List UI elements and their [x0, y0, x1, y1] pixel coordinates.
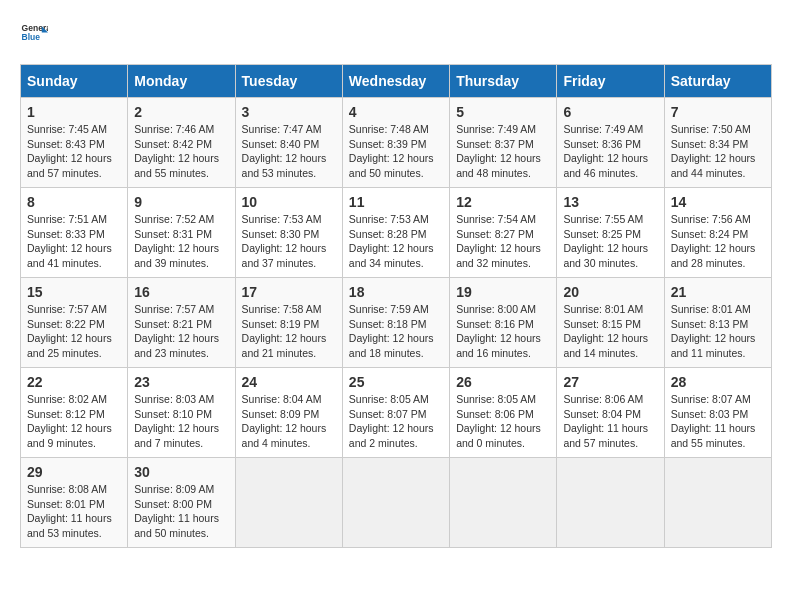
calendar-cell: 29Sunrise: 8:08 AM Sunset: 8:01 PM Dayli… [21, 458, 128, 548]
weekday-header-row: SundayMondayTuesdayWednesdayThursdayFrid… [21, 65, 772, 98]
calendar-cell: 13Sunrise: 7:55 AM Sunset: 8:25 PM Dayli… [557, 188, 664, 278]
calendar-cell: 22Sunrise: 8:02 AM Sunset: 8:12 PM Dayli… [21, 368, 128, 458]
calendar-cell [664, 458, 771, 548]
calendar-table: SundayMondayTuesdayWednesdayThursdayFrid… [20, 64, 772, 548]
calendar-cell [342, 458, 449, 548]
day-number: 2 [134, 104, 228, 120]
day-number: 28 [671, 374, 765, 390]
day-number: 4 [349, 104, 443, 120]
calendar-cell: 24Sunrise: 8:04 AM Sunset: 8:09 PM Dayli… [235, 368, 342, 458]
cell-content: Sunrise: 7:53 AM Sunset: 8:30 PM Dayligh… [242, 212, 336, 271]
calendar-cell: 7Sunrise: 7:50 AM Sunset: 8:34 PM Daylig… [664, 98, 771, 188]
calendar-cell: 2Sunrise: 7:46 AM Sunset: 8:42 PM Daylig… [128, 98, 235, 188]
cell-content: Sunrise: 8:07 AM Sunset: 8:03 PM Dayligh… [671, 392, 765, 451]
cell-content: Sunrise: 8:05 AM Sunset: 8:06 PM Dayligh… [456, 392, 550, 451]
day-number: 13 [563, 194, 657, 210]
day-number: 6 [563, 104, 657, 120]
cell-content: Sunrise: 7:57 AM Sunset: 8:21 PM Dayligh… [134, 302, 228, 361]
cell-content: Sunrise: 7:46 AM Sunset: 8:42 PM Dayligh… [134, 122, 228, 181]
day-number: 16 [134, 284, 228, 300]
cell-content: Sunrise: 8:03 AM Sunset: 8:10 PM Dayligh… [134, 392, 228, 451]
calendar-cell [557, 458, 664, 548]
weekday-header-sunday: Sunday [21, 65, 128, 98]
logo-icon: General Blue [20, 20, 48, 48]
calendar-header: SundayMondayTuesdayWednesdayThursdayFrid… [21, 65, 772, 98]
day-number: 22 [27, 374, 121, 390]
day-number: 20 [563, 284, 657, 300]
day-number: 25 [349, 374, 443, 390]
calendar-cell [450, 458, 557, 548]
calendar-cell: 20Sunrise: 8:01 AM Sunset: 8:15 PM Dayli… [557, 278, 664, 368]
calendar-cell: 14Sunrise: 7:56 AM Sunset: 8:24 PM Dayli… [664, 188, 771, 278]
calendar-cell: 6Sunrise: 7:49 AM Sunset: 8:36 PM Daylig… [557, 98, 664, 188]
calendar-cell: 28Sunrise: 8:07 AM Sunset: 8:03 PM Dayli… [664, 368, 771, 458]
weekday-header-tuesday: Tuesday [235, 65, 342, 98]
weekday-header-thursday: Thursday [450, 65, 557, 98]
weekday-header-monday: Monday [128, 65, 235, 98]
cell-content: Sunrise: 8:08 AM Sunset: 8:01 PM Dayligh… [27, 482, 121, 541]
cell-content: Sunrise: 7:58 AM Sunset: 8:19 PM Dayligh… [242, 302, 336, 361]
calendar-cell: 17Sunrise: 7:58 AM Sunset: 8:19 PM Dayli… [235, 278, 342, 368]
day-number: 27 [563, 374, 657, 390]
cell-content: Sunrise: 7:56 AM Sunset: 8:24 PM Dayligh… [671, 212, 765, 271]
cell-content: Sunrise: 7:53 AM Sunset: 8:28 PM Dayligh… [349, 212, 443, 271]
logo: General Blue [20, 20, 50, 48]
week-row-3: 15Sunrise: 7:57 AM Sunset: 8:22 PM Dayli… [21, 278, 772, 368]
cell-content: Sunrise: 8:06 AM Sunset: 8:04 PM Dayligh… [563, 392, 657, 451]
cell-content: Sunrise: 8:04 AM Sunset: 8:09 PM Dayligh… [242, 392, 336, 451]
weekday-header-friday: Friday [557, 65, 664, 98]
day-number: 19 [456, 284, 550, 300]
cell-content: Sunrise: 8:00 AM Sunset: 8:16 PM Dayligh… [456, 302, 550, 361]
cell-content: Sunrise: 7:48 AM Sunset: 8:39 PM Dayligh… [349, 122, 443, 181]
calendar-cell: 16Sunrise: 7:57 AM Sunset: 8:21 PM Dayli… [128, 278, 235, 368]
week-row-5: 29Sunrise: 8:08 AM Sunset: 8:01 PM Dayli… [21, 458, 772, 548]
cell-content: Sunrise: 7:50 AM Sunset: 8:34 PM Dayligh… [671, 122, 765, 181]
day-number: 3 [242, 104, 336, 120]
calendar-body: 1Sunrise: 7:45 AM Sunset: 8:43 PM Daylig… [21, 98, 772, 548]
cell-content: Sunrise: 8:09 AM Sunset: 8:00 PM Dayligh… [134, 482, 228, 541]
day-number: 18 [349, 284, 443, 300]
day-number: 1 [27, 104, 121, 120]
day-number: 17 [242, 284, 336, 300]
calendar-cell: 8Sunrise: 7:51 AM Sunset: 8:33 PM Daylig… [21, 188, 128, 278]
cell-content: Sunrise: 8:01 AM Sunset: 8:15 PM Dayligh… [563, 302, 657, 361]
day-number: 5 [456, 104, 550, 120]
cell-content: Sunrise: 7:45 AM Sunset: 8:43 PM Dayligh… [27, 122, 121, 181]
cell-content: Sunrise: 7:54 AM Sunset: 8:27 PM Dayligh… [456, 212, 550, 271]
calendar-cell: 4Sunrise: 7:48 AM Sunset: 8:39 PM Daylig… [342, 98, 449, 188]
calendar-cell: 3Sunrise: 7:47 AM Sunset: 8:40 PM Daylig… [235, 98, 342, 188]
week-row-1: 1Sunrise: 7:45 AM Sunset: 8:43 PM Daylig… [21, 98, 772, 188]
cell-content: Sunrise: 8:01 AM Sunset: 8:13 PM Dayligh… [671, 302, 765, 361]
calendar-cell: 19Sunrise: 8:00 AM Sunset: 8:16 PM Dayli… [450, 278, 557, 368]
day-number: 23 [134, 374, 228, 390]
cell-content: Sunrise: 8:02 AM Sunset: 8:12 PM Dayligh… [27, 392, 121, 451]
calendar-cell: 5Sunrise: 7:49 AM Sunset: 8:37 PM Daylig… [450, 98, 557, 188]
weekday-header-wednesday: Wednesday [342, 65, 449, 98]
day-number: 10 [242, 194, 336, 210]
day-number: 14 [671, 194, 765, 210]
cell-content: Sunrise: 7:52 AM Sunset: 8:31 PM Dayligh… [134, 212, 228, 271]
week-row-4: 22Sunrise: 8:02 AM Sunset: 8:12 PM Dayli… [21, 368, 772, 458]
calendar-cell: 23Sunrise: 8:03 AM Sunset: 8:10 PM Dayli… [128, 368, 235, 458]
cell-content: Sunrise: 7:47 AM Sunset: 8:40 PM Dayligh… [242, 122, 336, 181]
cell-content: Sunrise: 7:57 AM Sunset: 8:22 PM Dayligh… [27, 302, 121, 361]
cell-content: Sunrise: 7:55 AM Sunset: 8:25 PM Dayligh… [563, 212, 657, 271]
day-number: 30 [134, 464, 228, 480]
calendar-cell: 30Sunrise: 8:09 AM Sunset: 8:00 PM Dayli… [128, 458, 235, 548]
calendar-cell [235, 458, 342, 548]
day-number: 8 [27, 194, 121, 210]
cell-content: Sunrise: 7:51 AM Sunset: 8:33 PM Dayligh… [27, 212, 121, 271]
calendar-cell: 9Sunrise: 7:52 AM Sunset: 8:31 PM Daylig… [128, 188, 235, 278]
calendar-cell: 12Sunrise: 7:54 AM Sunset: 8:27 PM Dayli… [450, 188, 557, 278]
day-number: 9 [134, 194, 228, 210]
day-number: 29 [27, 464, 121, 480]
day-number: 26 [456, 374, 550, 390]
cell-content: Sunrise: 7:49 AM Sunset: 8:36 PM Dayligh… [563, 122, 657, 181]
calendar-cell: 1Sunrise: 7:45 AM Sunset: 8:43 PM Daylig… [21, 98, 128, 188]
calendar-cell: 15Sunrise: 7:57 AM Sunset: 8:22 PM Dayli… [21, 278, 128, 368]
day-number: 7 [671, 104, 765, 120]
cell-content: Sunrise: 7:49 AM Sunset: 8:37 PM Dayligh… [456, 122, 550, 181]
day-number: 11 [349, 194, 443, 210]
calendar-cell: 11Sunrise: 7:53 AM Sunset: 8:28 PM Dayli… [342, 188, 449, 278]
weekday-header-saturday: Saturday [664, 65, 771, 98]
